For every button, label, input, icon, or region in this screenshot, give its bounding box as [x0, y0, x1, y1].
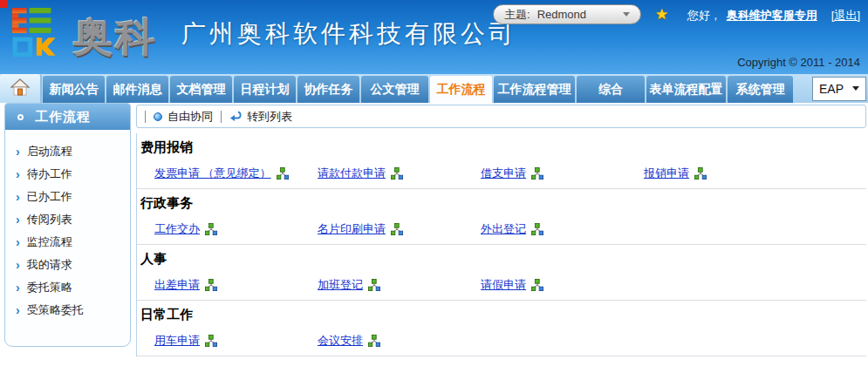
section-links: 发票申请 （意见绑定） 请款付款申请 借支申请: [137, 156, 866, 189]
section-expense: 费用报销 发票申请 （意见绑定） 请款付款申请 借支申请: [137, 133, 866, 189]
workflow-link[interactable]: 发票申请 （意见绑定）: [154, 166, 271, 181]
workflow-entry: 名片印刷申请: [318, 221, 481, 237]
toolbar: 自由协同 转到列表: [136, 105, 866, 128]
tab-news[interactable]: 新闻公告: [43, 76, 105, 103]
sidebar-item-label: 传阅列表: [27, 212, 72, 227]
workflow-link[interactable]: 加班登记: [318, 277, 363, 293]
workflow-link[interactable]: 出差申请: [154, 277, 200, 293]
page-header: 奥科 广州奥科软件科技有限公司 主题: Redmond ★ 您好， 奥科维护客服…: [0, 0, 868, 74]
section-title: 费用报销: [137, 133, 866, 156]
workflow-entry: 借支申请: [481, 166, 644, 181]
workflow-entry: 发票申请 （意见绑定）: [154, 166, 318, 181]
workflow-chart-icon[interactable]: [531, 167, 543, 180]
workflow-chart-icon[interactable]: [531, 279, 543, 291]
toolbar-divider: [145, 111, 146, 123]
user-greeting: 您好， 奥科维护客服专用 [退出]: [687, 8, 860, 24]
main-nav: 新闻公告 邮件消息 文档管理 日程计划 协作任务 公文管理 工作流程 工作流程管…: [0, 74, 868, 103]
workflow-link[interactable]: 借支申请: [481, 166, 526, 181]
workflow-chart-icon[interactable]: [205, 223, 217, 235]
eap-dropdown[interactable]: EAP: [812, 77, 866, 101]
chevron-right-icon: ›: [16, 191, 20, 203]
sidebar-item-label: 待办工作: [27, 166, 72, 182]
chevron-right-icon: ›: [16, 214, 20, 226]
workflow-link[interactable]: 报销申请: [644, 166, 689, 181]
chevron-down-icon: [623, 12, 630, 17]
sidebar-item-my-requests[interactable]: › 我的请求: [5, 254, 130, 276]
sidebar-item-start-flow[interactable]: › 启动流程: [5, 140, 130, 163]
tab-documents[interactable]: 文档管理: [170, 76, 232, 103]
sidebar-item-done-work[interactable]: › 已办工作: [5, 186, 130, 208]
sidebar-item-pending-work[interactable]: › 待办工作: [5, 163, 130, 186]
username-link[interactable]: 奥科维护客服专用: [727, 8, 817, 24]
workflow-chart-icon[interactable]: [391, 223, 403, 235]
workflow-chart-icon[interactable]: [205, 335, 217, 347]
workflow-chart-icon[interactable]: [391, 167, 403, 180]
section-links: 工作交办 名片印刷申请 外出登记: [137, 212, 866, 245]
tab-official-docs[interactable]: 公文管理: [361, 76, 428, 103]
sidebar-item-delegation-policy[interactable]: › 委托策略: [5, 276, 130, 299]
tab-mail[interactable]: 邮件消息: [106, 76, 168, 103]
workflow-entry: 工作交办: [154, 221, 318, 237]
greeting-prefix: 您好，: [687, 8, 721, 24]
sidebar-item-delegated-to-me[interactable]: › 受策略委托: [5, 299, 130, 322]
tab-system-admin[interactable]: 系统管理: [728, 76, 793, 103]
workflow-entry: 用车申请: [154, 333, 318, 349]
copyright-text: Copyright © 2011 - 2014: [737, 56, 860, 69]
chevron-down-icon: [852, 86, 859, 91]
sidebar-menu: › 启动流程 › 待办工作 › 已办工作 › 传阅列表 › 监控流程 › 我的请…: [5, 130, 130, 322]
workflow-chart-icon[interactable]: [205, 279, 217, 291]
favorite-star-icon[interactable]: ★: [655, 5, 668, 24]
chevron-right-icon: ›: [16, 259, 20, 271]
chevron-right-icon: ›: [16, 168, 20, 180]
sidebar-item-monitor-flow[interactable]: › 监控流程: [5, 231, 130, 254]
workflow-link[interactable]: 会议安排: [318, 333, 363, 349]
theme-label: 主题:: [504, 7, 530, 23]
tab-home[interactable]: [0, 74, 42, 103]
tab-form-flow-config[interactable]: 表单流程配置: [646, 76, 726, 103]
workflow-entry: 出差申请: [154, 277, 318, 293]
workflow-entry: 会议安排: [318, 333, 481, 349]
workflow-link[interactable]: 请假申请: [481, 277, 526, 293]
tab-schedule[interactable]: 日程计划: [234, 76, 296, 103]
logo-text: 奥科: [73, 10, 157, 64]
workflow-link[interactable]: 工作交办: [154, 221, 200, 237]
workflow-chart-icon[interactable]: [368, 279, 380, 291]
workflow-entry: 报销申请: [644, 166, 807, 181]
sidebar: 工作流程 › 启动流程 › 待办工作 › 已办工作 › 传阅列表 › 监控流程 …: [4, 103, 131, 347]
chevron-right-icon: ›: [16, 236, 20, 248]
sidebar-item-label: 受策略委托: [27, 302, 84, 318]
workflow-chart-icon[interactable]: [368, 335, 380, 347]
workflow-entry: 外出登记: [481, 221, 644, 237]
section-title: 人事: [137, 245, 866, 268]
workflow-chart-icon[interactable]: [277, 167, 289, 180]
section-links: 用车申请 会议安排: [137, 323, 866, 356]
tab-collab-tasks[interactable]: 协作任务: [297, 76, 359, 103]
free-collab-label: 自由协同: [167, 109, 213, 125]
sidebar-item-label: 监控流程: [27, 234, 72, 250]
workflow-chart-icon[interactable]: [531, 223, 543, 235]
workflow-link[interactable]: 请款付款申请: [318, 166, 386, 181]
goto-list-button[interactable]: 转到列表: [229, 109, 292, 125]
company-name: 广州奥科软件科技有限公司: [181, 17, 516, 51]
logout-link[interactable]: [退出]: [831, 8, 860, 24]
home-icon: [10, 78, 30, 99]
sidebar-title-label: 工作流程: [35, 109, 91, 125]
workflow-link[interactable]: 用车申请: [154, 333, 200, 349]
tab-misc[interactable]: 综合: [577, 76, 645, 103]
workflow-chart-icon[interactable]: [694, 167, 707, 180]
workflow-link[interactable]: 名片印刷申请: [318, 221, 386, 237]
section-title: 日常工作: [137, 301, 866, 323]
workflow-link[interactable]: 外出登记: [481, 221, 526, 237]
workflow-entry: 加班登记: [318, 277, 481, 293]
workflow-entry: 请款付款申请: [318, 166, 481, 181]
tab-workflow-admin[interactable]: 工作流程管理: [494, 76, 575, 103]
chevron-right-icon: ›: [16, 304, 20, 316]
sidebar-item-label: 已办工作: [27, 189, 72, 205]
free-collab-button[interactable]: 自由协同: [154, 109, 213, 125]
theme-selector[interactable]: 主题: Redmond: [493, 4, 641, 24]
sidebar-item-circulation-list[interactable]: › 传阅列表: [5, 208, 130, 231]
theme-value: Redmond: [537, 8, 586, 21]
sidebar-item-label: 我的请求: [27, 257, 72, 273]
tab-workflow[interactable]: 工作流程: [430, 76, 492, 103]
chevron-right-icon: ›: [16, 146, 20, 158]
